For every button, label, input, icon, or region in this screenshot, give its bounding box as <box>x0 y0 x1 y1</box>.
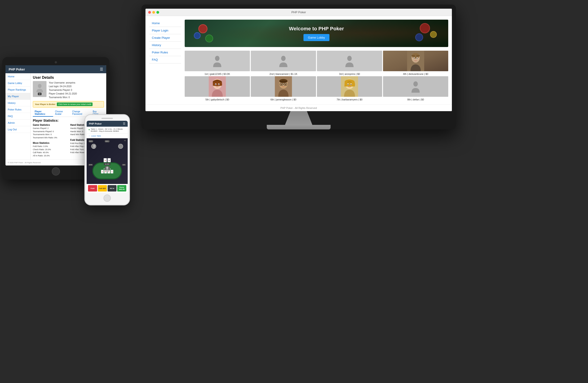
user-avatar-silhouette <box>35 83 44 92</box>
phone: PHP Poker ☰ ● Table 1 - Green - Sit 'n G… <box>84 114 130 205</box>
phone-title: PHP Poker <box>89 122 102 125</box>
phone-leave-table[interactable]: ← Leave Table <box>87 134 128 138</box>
username-line: Your Username: aronprins <box>49 81 77 85</box>
hero-game-lobby-button[interactable]: Game Lobby <box>303 34 330 41</box>
avatar-silhouette-3 <box>330 55 369 67</box>
svg-point-37 <box>106 167 108 169</box>
tablet-nav-admin[interactable]: Admin <box>5 120 30 126</box>
player-avatar-6 <box>251 76 316 97</box>
avatar-photo-4 <box>383 51 448 71</box>
monitor-frame: PHP Poker Home Player Login Create Playe… <box>141 4 456 129</box>
bottom-player-area: ♥ ♠ $1,960 <box>104 158 111 171</box>
allin-ratio: All In Ratio: 20.0% <box>33 154 66 158</box>
player-card-8: 8th | defan | $0 <box>383 76 448 101</box>
user-details-row: $0 Your Username: aronprins Last login: … <box>33 81 104 99</box>
player-chip-2 <box>118 144 123 149</box>
svg-point-33 <box>351 84 352 85</box>
player-name-4: 4th | dickvanbrune | $0 <box>383 73 448 75</box>
player-avatar-5 <box>185 76 250 97</box>
player-name-8: 8th | defan | $0 <box>383 98 448 101</box>
player-name-1: 1st | giak12345 | $3.0K <box>185 73 250 75</box>
broke-banner: Your Player is Broke! Click here to rene… <box>33 101 104 108</box>
player-name-5: 5th | gabydietsch | $0 <box>185 98 250 101</box>
tablet-home-button[interactable] <box>52 167 60 176</box>
phone-hamburger-icon[interactable]: ☰ <box>123 122 126 125</box>
tournaments-played-line: Tournaments Played: 0 <box>49 88 77 92</box>
tablet-nav-game-lobby[interactable]: Game Lobby <box>5 80 30 87</box>
dot-red <box>148 11 151 14</box>
dot-green <box>156 11 159 14</box>
avatar-silhouette-8 <box>396 80 435 93</box>
stats-col-left: Game Statistics Games Played: 2 Tourname… <box>33 124 66 157</box>
tablet-camera <box>55 61 57 64</box>
player-card-2: 2nd | biancameer | $1.1K <box>251 51 316 75</box>
sidebar-item-create-player[interactable]: Create Player <box>149 34 181 42</box>
player-name-3: 3rd | aronprins | $0 <box>317 73 382 75</box>
renew-credit-button[interactable]: Click here to renew your initial credit <box>57 102 93 106</box>
tablet-titlebar: PHP Poker ☰ <box>5 65 106 73</box>
svg-point-8 <box>414 58 415 59</box>
svg-rect-10 <box>412 55 415 56</box>
sidebar-item-history[interactable]: History <box>149 42 181 49</box>
svg-point-35 <box>38 84 42 88</box>
website-sidebar: Home Player Login Create Player History … <box>149 20 181 101</box>
player-avatar-4 <box>383 51 448 71</box>
tablet-nav-player-rankings[interactable]: Player Rankings <box>5 87 30 93</box>
check-ratio: Check Ratio: 20.0% <box>33 148 66 151</box>
sidebar-item-home[interactable]: Home <box>149 20 181 27</box>
avatar-photo-6 <box>251 76 316 97</box>
svg-point-36 <box>93 145 95 147</box>
player-chips-display: $1,960 <box>104 163 110 165</box>
fold-button[interactable]: Fold <box>88 185 97 191</box>
tablet-nav-faq[interactable]: FAQ <box>5 113 30 120</box>
phone-actions: Fold Call $20 All In Raise $40.00 <box>87 184 128 193</box>
phone-frame: PHP Poker ☰ ● Table 1 - Green - Sit 'n G… <box>84 114 130 205</box>
monitor-screen: PHP Poker Home Player Login Create Playe… <box>146 9 452 111</box>
player-avatar-8 <box>383 76 448 97</box>
player-avatar-2 <box>251 51 316 71</box>
tab-player-statistics[interactable]: Player Statistics: <box>33 109 53 117</box>
sidebar-item-faq[interactable]: FAQ <box>149 56 181 64</box>
games-played: Games Played: 2 <box>33 127 66 130</box>
website-main: Welcome to PHP Poker Game Lobby <box>185 20 448 101</box>
phone-game-area: $470 $1K+ Pot: $140 ♠ ♣ ♦ ♦ <box>87 138 128 184</box>
tablet-nav-my-player[interactable]: My Player <box>5 93 30 100</box>
tablet-nav-poker-rules[interactable]: Poker Rules <box>5 106 30 113</box>
table-icon: ● <box>88 128 90 131</box>
player-avatar-7 <box>317 76 382 97</box>
tournament-win-ratio: Tournament Win Ratio: 0% <box>33 136 66 139</box>
table-info-text: Table 1 - Green - Sit 'n Go - #1 // Blin… <box>91 128 126 132</box>
tournaments-played: Tournaments Played: 0 <box>33 130 66 133</box>
raise-button[interactable]: Raise $40.00 <box>117 185 126 191</box>
player-card-3: 3rd | aronprins | $0 <box>317 51 382 75</box>
sidebar-item-poker-rules[interactable]: Poker Rules <box>149 49 181 56</box>
call-button[interactable]: Call $20 <box>98 185 107 191</box>
monitor-footer-text: PHP Poker - All Rights Reserved <box>280 107 317 109</box>
player-card-4: 4th | dickvanbrune | $0 <box>383 51 448 75</box>
player-hole-cards: ♥ ♠ <box>104 158 111 162</box>
website-body: Home Player Login Create Player History … <box>146 16 452 105</box>
avatar-badge: $0 <box>38 93 42 95</box>
svg-point-34 <box>413 82 418 87</box>
sidebar-item-player-login[interactable]: Player Login <box>149 27 181 34</box>
allin-button[interactable]: All In <box>108 185 117 191</box>
player-name-6: 6th | jamesgleason | $0 <box>251 98 316 101</box>
tablet-nav-home[interactable]: Home <box>5 73 30 80</box>
tablet-nav-history[interactable]: History <box>5 100 30 106</box>
tournaments-won-line: Tournaments Won: 0 <box>49 96 77 99</box>
tab-choose-avatar[interactable]: Choose Avatar <box>53 109 70 117</box>
player-avatar-1 <box>185 51 250 71</box>
svg-point-17 <box>218 84 219 85</box>
hamburger-icon[interactable]: ☰ <box>100 67 103 71</box>
svg-point-32 <box>347 84 348 85</box>
phone-table-info: ● Table 1 - Green - Sit 'n Go - #1 // Bl… <box>87 127 128 134</box>
player-created-line: Player Created: 04-21-2020 <box>49 92 77 96</box>
avatar-photo-7 <box>317 76 382 97</box>
svg-point-0 <box>215 56 220 61</box>
broke-text: Your Player is Broke! <box>35 103 55 105</box>
phone-home-button[interactable] <box>104 195 111 202</box>
user-info-text: Your Username: aronprins Last login: 04-… <box>49 81 77 99</box>
hero-title: Welcome to PHP Poker <box>289 26 344 32</box>
tablet-nav-logout[interactable]: Log Out <box>5 126 30 133</box>
website: Home Player Login Create Player History … <box>146 16 452 111</box>
